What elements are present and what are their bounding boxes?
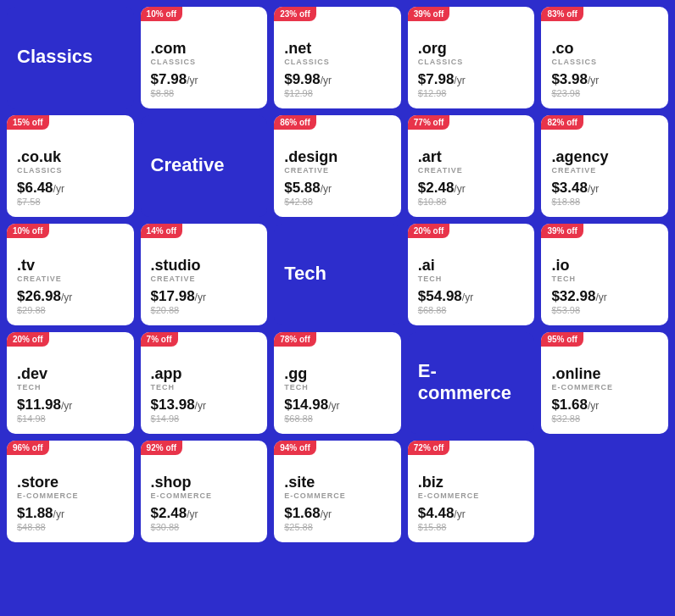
domain-card[interactable]: 92% off.shopE-COMMERCE$2.48/yr$30.88	[141, 441, 268, 542]
discount-badge: 72% off	[408, 441, 450, 455]
domain-name: .io	[551, 257, 658, 275]
domain-name: .com	[151, 40, 258, 58]
price-unit: /yr	[195, 400, 206, 412]
domain-category: CREATIVE	[151, 275, 258, 283]
current-price: $17.98/yr	[151, 288, 258, 305]
price-unit: /yr	[588, 75, 599, 86]
current-price: $11.98/yr	[17, 397, 124, 413]
domain-category: CREATIVE	[284, 166, 391, 175]
domain-name: .gg	[284, 365, 391, 383]
domain-card[interactable]: 39% off.orgCLASSICS$7.98/yr$12.98	[408, 7, 535, 108]
current-price: $26.98/yr	[17, 288, 124, 305]
domain-name: .co	[551, 40, 658, 58]
discount-badge: 10% off	[7, 224, 49, 238]
domain-category: E-COMMERCE	[151, 491, 258, 500]
price-unit: /yr	[61, 291, 72, 303]
current-price: $7.98/yr	[151, 71, 258, 88]
domain-card[interactable]: 20% off.aiTECH$54.98/yr$68.88	[408, 224, 535, 325]
domain-name: .tv	[17, 257, 124, 275]
discount-badge: 82% off	[541, 115, 583, 130]
category-card: Tech	[274, 224, 401, 325]
current-price: $9.98/yr	[284, 71, 391, 88]
current-price: $32.98/yr	[551, 288, 658, 305]
price-unit: /yr	[195, 291, 206, 303]
domain-card[interactable]: 72% off.bizE-COMMERCE$4.48/yr$15.88	[408, 441, 535, 542]
domain-category: CLASSICS	[151, 58, 258, 66]
original-price: $68.88	[418, 305, 525, 315]
original-price: $15.88	[418, 522, 525, 532]
category-label: Classics	[17, 46, 92, 68]
original-price: $25.88	[284, 522, 391, 532]
original-price: $18.88	[551, 197, 658, 207]
price-unit: /yr	[328, 400, 339, 412]
domain-card[interactable]: 83% off.coCLASSICS$3.98/yr$23.98	[541, 7, 668, 108]
price-unit: /yr	[588, 183, 599, 195]
domain-card[interactable]: 96% off.storeE-COMMERCE$1.88/yr$48.88	[7, 441, 134, 542]
domain-name: .studio	[151, 257, 258, 275]
current-price: $1.68/yr	[551, 397, 658, 413]
discount-badge: 96% off	[7, 441, 49, 455]
current-price: $2.48/yr	[151, 505, 258, 522]
domain-card[interactable]: 7% off.appTECH$13.98/yr$14.98	[141, 332, 268, 434]
domain-card[interactable]: 78% off.ggTECH$14.98/yr$68.88	[274, 332, 401, 434]
original-price: $29.88	[17, 305, 124, 315]
discount-badge: 15% off	[7, 115, 49, 130]
discount-badge: 20% off	[408, 224, 450, 238]
domain-category: E-COMMERCE	[284, 491, 391, 500]
domain-category: TECH	[551, 275, 658, 283]
domain-card[interactable]: 10% off.tvCREATIVE$26.98/yr$29.88	[7, 224, 134, 325]
discount-badge: 39% off	[541, 224, 583, 238]
domain-card[interactable]: 77% off.artCREATIVE$2.48/yr$10.88	[408, 115, 535, 217]
price-unit: /yr	[454, 508, 465, 520]
current-price: $5.88/yr	[284, 180, 391, 197]
price-unit: /yr	[454, 183, 465, 195]
discount-badge: 14% off	[141, 224, 183, 238]
domain-card[interactable]: 95% off.onlineE-COMMERCE$1.68/yr$32.88	[541, 332, 668, 434]
domain-category: E-COMMERCE	[17, 491, 124, 500]
domain-card[interactable]: 15% off.co.ukCLASSICS$6.48/yr$7.58	[7, 115, 134, 217]
domain-card[interactable]: 94% off.siteE-COMMERCE$1.68/yr$25.88	[274, 441, 401, 542]
discount-badge: 94% off	[274, 441, 316, 455]
domain-name: .app	[151, 365, 258, 383]
domain-name: .org	[418, 40, 525, 58]
domain-category: CLASSICS	[551, 58, 658, 66]
domain-name: .shop	[151, 474, 258, 491]
original-price: $42.88	[284, 197, 391, 207]
current-price: $1.88/yr	[17, 505, 124, 522]
current-price: $14.98/yr	[284, 397, 391, 413]
domain-card[interactable]: 20% off.devTECH$11.98/yr$14.98	[7, 332, 134, 434]
current-price: $7.98/yr	[418, 71, 525, 88]
domain-card[interactable]: 14% off.studioCREATIVE$17.98/yr$20.88	[141, 224, 268, 325]
domain-category: E-COMMERCE	[551, 383, 658, 391]
current-price: $6.48/yr	[17, 180, 124, 197]
original-price: $23.98	[551, 88, 658, 98]
original-price: $68.88	[284, 413, 391, 424]
original-price: $14.98	[17, 413, 124, 424]
domain-category: TECH	[418, 275, 525, 283]
domain-category: TECH	[17, 383, 124, 391]
domain-name: .store	[17, 474, 124, 491]
domain-card[interactable]: 23% off.netCLASSICS$9.98/yr$12.98	[274, 7, 401, 108]
domain-name: .agency	[551, 148, 658, 166]
price-unit: /yr	[321, 75, 332, 86]
domain-name: .dev	[17, 365, 124, 383]
price-unit: /yr	[595, 291, 606, 303]
domain-card[interactable]: 10% off.comCLASSICS$7.98/yr$8.88	[141, 7, 268, 108]
domain-category: CREATIVE	[17, 275, 124, 283]
domain-category: CREATIVE	[551, 166, 658, 175]
domain-card[interactable]: 86% off.designCREATIVE$5.88/yr$42.88	[274, 115, 401, 217]
discount-badge: 20% off	[7, 332, 49, 347]
price-unit: /yr	[462, 291, 473, 303]
price-unit: /yr	[321, 183, 332, 195]
domain-card[interactable]: 82% off.agencyCREATIVE$3.48/yr$18.88	[541, 115, 668, 217]
domain-category: CLASSICS	[17, 166, 124, 175]
domain-card[interactable]: 39% off.ioTECH$32.98/yr$53.98	[541, 224, 668, 325]
domain-name: .site	[284, 474, 391, 491]
price-unit: /yr	[588, 400, 599, 412]
domain-category: CLASSICS	[284, 58, 391, 66]
discount-badge: 7% off	[141, 332, 178, 347]
original-price: $14.98	[151, 413, 258, 424]
category-card: Creative	[141, 115, 268, 217]
category-label: E-commerce	[418, 360, 525, 405]
price-unit: /yr	[53, 508, 64, 520]
